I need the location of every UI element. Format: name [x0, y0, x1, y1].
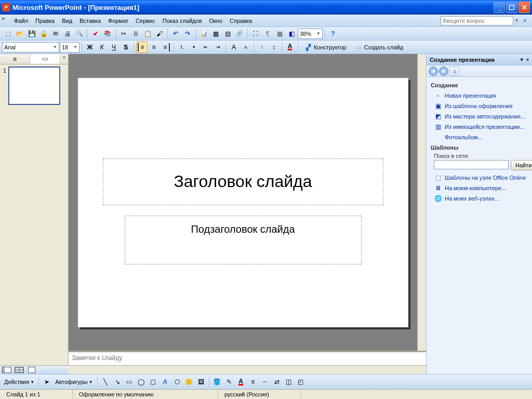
picture-button[interactable]: 🖼	[195, 376, 207, 388]
status-language[interactable]: русский (Россия)	[218, 390, 301, 399]
show-grid-button[interactable]	[274, 28, 285, 39]
thumbnail-row[interactable]: 1	[2, 66, 66, 105]
open-button[interactable]	[14, 28, 25, 39]
decrease-indent-button[interactable]	[200, 42, 211, 53]
sorter-view-button[interactable]	[14, 366, 25, 374]
undo-button[interactable]	[170, 28, 181, 39]
line-button[interactable]: ╲	[100, 376, 111, 388]
dash-style-button[interactable]: ┄	[259, 376, 271, 388]
select-objects-button[interactable]: ➤	[41, 376, 52, 388]
slideshow-view-button[interactable]	[26, 366, 37, 374]
slide-canvas-area[interactable]: Заголовок слайда Подзаголовок слайда	[69, 54, 417, 351]
color-grayscale-button[interactable]	[286, 28, 297, 39]
3d-style-button[interactable]: ◰	[295, 376, 307, 388]
help-question-box[interactable]: Введите вопрос	[441, 16, 513, 25]
link-photoalbum[interactable]: Фотоальбом...	[431, 132, 528, 142]
arrow-style-button[interactable]: ⇄	[271, 376, 283, 388]
task-pane-home-button[interactable]: ⌂	[449, 66, 460, 76]
help-question-dropdown[interactable]: ▼	[513, 18, 520, 23]
mdi-app-icon[interactable]: P	[2, 17, 10, 25]
arrow-button[interactable]: ↘	[112, 376, 123, 388]
menu-window[interactable]: Окно	[206, 16, 227, 25]
help-button[interactable]	[327, 28, 339, 39]
link-new-presentation[interactable]: ▫Новая презентация	[431, 90, 528, 101]
line-color-button[interactable]: ✎	[223, 376, 235, 388]
menu-tools[interactable]: Сервис	[132, 16, 159, 25]
outline-close-button[interactable]: ×	[60, 54, 68, 64]
show-formatting-button[interactable]	[262, 28, 273, 39]
font-size-combo[interactable]: 18▼	[60, 42, 79, 52]
increase-font-button[interactable]	[228, 42, 240, 53]
font-color-button[interactable]	[284, 42, 296, 53]
horizontal-scrollbar[interactable]	[69, 365, 426, 374]
menu-insert[interactable]: Вставка	[76, 16, 104, 25]
increase-indent-button[interactable]	[212, 42, 223, 53]
normal-view-button[interactable]	[1, 366, 12, 374]
oval-button[interactable]: ◯	[136, 376, 147, 388]
diagram-button[interactable]: ⬡	[171, 376, 183, 388]
clipart-button[interactable]: 🙂	[183, 376, 195, 388]
copy-button[interactable]	[130, 28, 141, 39]
link-on-computer[interactable]: 🖥На моем компьютере...	[431, 183, 528, 193]
font-combo[interactable]: Arial▼	[2, 42, 59, 52]
task-pane-forward-button[interactable]: ►	[439, 66, 448, 76]
tables-borders-button[interactable]	[222, 28, 233, 39]
research-button[interactable]	[102, 28, 113, 39]
slide-designer-button[interactable]: Конструктор	[300, 42, 350, 53]
numbered-list-button[interactable]	[176, 42, 188, 53]
menu-view[interactable]: Вид	[58, 16, 76, 25]
title-placeholder[interactable]: Заголовок слайда	[103, 158, 383, 205]
actions-menu[interactable]: Действия▼	[2, 379, 36, 385]
shadow-button[interactable]	[120, 42, 131, 53]
format-painter-button[interactable]	[154, 28, 165, 39]
maximize-button[interactable]: ☐	[506, 2, 517, 13]
vertical-scrollbar[interactable]	[417, 54, 426, 351]
increase-linespace-button[interactable]	[268, 42, 280, 53]
bullet-list-button[interactable]	[188, 42, 200, 53]
link-from-template[interactable]: ▣Из шаблона оформления	[431, 101, 528, 111]
email-button[interactable]: ✉	[50, 28, 61, 39]
menu-file[interactable]: Файл	[10, 16, 32, 25]
align-right-button[interactable]	[160, 42, 171, 53]
new-button[interactable]	[2, 28, 14, 39]
minimize-button[interactable]: _	[494, 2, 505, 13]
link-office-online[interactable]: ⬚Шаблоны на узле Office Online	[431, 172, 528, 183]
link-from-existing[interactable]: ▥Из имеющейся презентации...	[431, 122, 528, 132]
wordart-button[interactable]: A	[159, 376, 171, 388]
rectangle-button[interactable]: ▭	[124, 376, 135, 388]
template-search-button[interactable]: Найти	[511, 160, 532, 170]
preview-button[interactable]	[74, 28, 85, 39]
italic-button[interactable]	[96, 42, 108, 53]
redo-button[interactable]	[182, 28, 193, 39]
autoshapes-menu[interactable]: Автофигуры▼	[53, 379, 95, 385]
decrease-linespace-button[interactable]	[256, 42, 268, 53]
save-button[interactable]	[26, 28, 37, 39]
shadow-style-button[interactable]: ◫	[283, 376, 295, 388]
menu-slideshow[interactable]: Показ слайдов	[159, 16, 206, 25]
task-pane-menu-button[interactable]: ▼	[520, 57, 524, 62]
permission-button[interactable]	[38, 28, 49, 39]
template-search-input[interactable]	[434, 160, 509, 169]
underline-button[interactable]	[108, 42, 119, 53]
thumbnail-slide-1[interactable]	[8, 66, 60, 105]
menu-format[interactable]: Формат	[104, 16, 132, 25]
task-pane-close-button[interactable]: ×	[526, 57, 529, 62]
task-pane-back-button[interactable]: ◄	[429, 66, 438, 76]
outline-tab[interactable]: ≡	[0, 54, 30, 64]
paste-button[interactable]	[142, 28, 153, 39]
cut-button[interactable]	[118, 28, 129, 39]
textbox-button[interactable]: ▢	[148, 376, 159, 388]
print-button[interactable]	[62, 28, 73, 39]
menu-help[interactable]: Справка	[226, 16, 256, 25]
insert-table-button[interactable]	[210, 28, 221, 39]
align-left-button[interactable]	[136, 42, 148, 53]
bold-button[interactable]	[84, 42, 96, 53]
align-center-button[interactable]	[148, 42, 159, 53]
zoom-combo[interactable]: 38%▼	[298, 29, 323, 39]
slides-tab[interactable]: ▭	[30, 54, 60, 64]
new-slide-button[interactable]: Создать слайд	[351, 42, 407, 53]
hyperlink-button[interactable]	[234, 28, 245, 39]
slide[interactable]: Заголовок слайда Подзаголовок слайда	[78, 78, 408, 327]
insert-chart-button[interactable]	[198, 28, 209, 39]
menu-edit[interactable]: Правка	[32, 16, 58, 25]
